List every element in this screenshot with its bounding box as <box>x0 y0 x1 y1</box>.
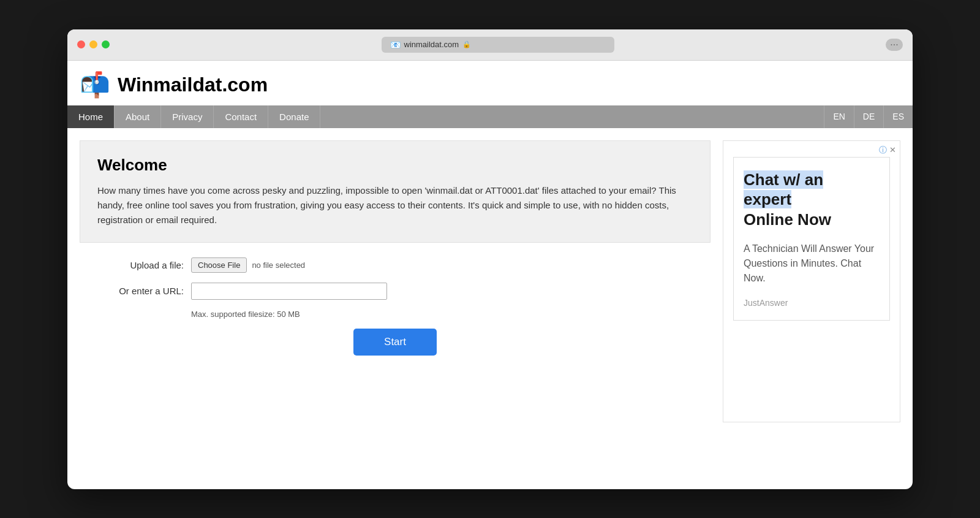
ad-subtext: A Technician Will Answer Your Questions … <box>744 242 880 286</box>
choose-file-button[interactable]: Choose File <box>191 257 247 273</box>
nav-lang-de[interactable]: DE <box>854 105 883 128</box>
main-right: ⓘ ✕ Chat w/ anexpert Online Now A Techni… <box>723 140 900 422</box>
no-file-text: no file selected <box>252 261 305 270</box>
url-row: Or enter a URL: <box>86 283 704 300</box>
welcome-text: How many times have you come across pesk… <box>97 183 693 227</box>
browser-chrome: 📧 winmaildat.com 🔒 ··· <box>67 29 913 61</box>
site-logo-icon: 📬 <box>80 70 110 99</box>
ad-headline-highlight: Chat w/ anexpert <box>744 170 823 209</box>
address-bar-inner[interactable]: 📧 winmaildat.com 🔒 <box>382 37 614 53</box>
start-btn-row: Start <box>86 329 704 356</box>
site-header: 📬 Winmaildat.com <box>67 61 913 99</box>
max-filesize-text: Max. supported filesize: 50 MB <box>191 310 704 319</box>
ad-brand: JustAnswer <box>744 298 880 308</box>
site-title: Winmaildat.com <box>118 74 268 96</box>
upload-label: Upload a file: <box>86 260 184 270</box>
browser-window: 📧 winmaildat.com 🔒 ··· 📬 Winmaildat.com … <box>67 29 913 489</box>
main-area: Welcome How many times have you come acr… <box>67 128 913 435</box>
address-text: winmaildat.com <box>404 40 459 49</box>
address-bar: 📧 winmaildat.com 🔒 <box>117 37 878 53</box>
nav-lang-en[interactable]: EN <box>824 105 853 128</box>
ad-inner: Chat w/ anexpert Online Now A Technician… <box>733 157 890 321</box>
nav-item-home[interactable]: Home <box>67 105 115 128</box>
ad-headline-part3: Online Now <box>744 210 831 229</box>
main-left: Welcome How many times have you come acr… <box>80 140 710 422</box>
site-favicon-icon: 📧 <box>390 40 401 50</box>
ad-container: ⓘ ✕ Chat w/ anexpert Online Now A Techni… <box>723 140 900 422</box>
ad-headline: Chat w/ anexpert Online Now <box>744 170 880 230</box>
nav-lang-es[interactable]: ES <box>883 105 913 128</box>
nav-item-privacy[interactable]: Privacy <box>161 105 214 128</box>
nav-lang: EN DE ES <box>824 105 913 128</box>
page-content: 📬 Winmaildat.com Home About Privacy Cont… <box>67 61 913 435</box>
url-input[interactable] <box>191 283 387 300</box>
close-traffic-light[interactable] <box>77 40 85 48</box>
form-section: Upload a file: Choose File no file selec… <box>80 257 710 356</box>
start-button[interactable]: Start <box>353 329 437 356</box>
file-input-area: Choose File no file selected <box>191 257 305 273</box>
nav-item-donate[interactable]: Donate <box>268 105 320 128</box>
nav-items: Home About Privacy Contact Donate <box>67 105 824 128</box>
more-options-button[interactable]: ··· <box>886 39 903 51</box>
welcome-title: Welcome <box>97 156 693 175</box>
lock-icon: 🔒 <box>462 40 471 48</box>
minimize-traffic-light[interactable] <box>89 40 97 48</box>
ad-close-icon[interactable]: ✕ <box>889 145 896 154</box>
ad-info-icon[interactable]: ⓘ <box>879 145 887 156</box>
maximize-traffic-light[interactable] <box>102 40 110 48</box>
nav-item-about[interactable]: About <box>115 105 161 128</box>
ad-controls: ⓘ ✕ <box>879 145 896 156</box>
welcome-box: Welcome How many times have you come acr… <box>80 140 710 243</box>
nav-bar: Home About Privacy Contact Donate EN DE … <box>67 105 913 128</box>
upload-row: Upload a file: Choose File no file selec… <box>86 257 704 273</box>
nav-item-contact[interactable]: Contact <box>214 105 268 128</box>
traffic-lights <box>77 40 110 48</box>
url-label: Or enter a URL: <box>86 286 184 296</box>
